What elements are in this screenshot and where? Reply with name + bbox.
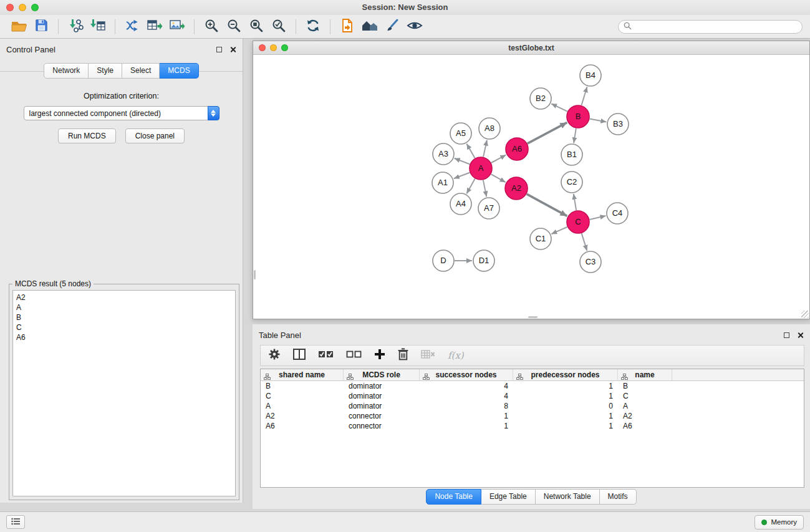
graph-edge-A-A4[interactable]: [466, 179, 475, 194]
zoom-out-button[interactable]: [223, 17, 245, 36]
table-row-A2[interactable]: A2connector11A2: [261, 411, 804, 421]
network-graph[interactable]: B4B2BB3A8A5A6A3B1AA1C2A2A4A7C4CC1C3DD1: [253, 55, 809, 319]
table-cell[interactable]: 1: [420, 411, 513, 421]
float-panel-icon[interactable]: [216, 47, 222, 52]
graph-node-A3[interactable]: A3: [433, 143, 454, 165]
task-history-button[interactable]: [6, 515, 25, 529]
network-minimize-button[interactable]: [270, 44, 277, 51]
table-cell[interactable]: 8: [420, 401, 513, 411]
save-session-button[interactable]: [30, 17, 52, 36]
table-cell[interactable]: B: [261, 381, 344, 391]
close-panel-icon[interactable]: [229, 46, 236, 53]
table-options-button[interactable]: [268, 348, 281, 363]
optimization-criterion-dropdown[interactable]: largest connected component (directed): [24, 106, 219, 120]
search-input[interactable]: [635, 22, 797, 32]
table-cell[interactable]: A: [261, 401, 344, 411]
tab-mcds[interactable]: MCDS: [160, 63, 198, 79]
export-network-button[interactable]: [121, 17, 143, 36]
column-header-MCDS-role[interactable]: MCDS role: [344, 369, 420, 381]
search-field[interactable]: [618, 20, 803, 34]
select-all-button[interactable]: [318, 349, 334, 362]
table-cell[interactable]: dominator: [344, 391, 420, 401]
tab-network[interactable]: Network: [44, 63, 89, 79]
float-table-panel-icon[interactable]: [784, 332, 789, 338]
horizontal-scrollbar[interactable]: [528, 316, 538, 318]
table-cell[interactable]: 4: [420, 381, 513, 391]
table-row-C[interactable]: Cdominator41C: [261, 391, 804, 401]
add-column-button[interactable]: [374, 349, 385, 362]
graph-edge-B-B3[interactable]: [590, 119, 607, 122]
column-header-successor-nodes[interactable]: successor nodes: [420, 369, 513, 381]
graph-node-A1[interactable]: A1: [432, 172, 453, 193]
deselect-all-button[interactable]: [346, 349, 362, 362]
table-cell[interactable]: 0: [513, 401, 618, 411]
graph-node-C4[interactable]: C4: [607, 203, 628, 224]
graph-edge-C-C1[interactable]: [551, 227, 567, 234]
function-builder-button[interactable]: f(x): [448, 350, 464, 361]
show-home-button[interactable]: [359, 17, 381, 36]
zoom-window-button[interactable]: [31, 4, 39, 11]
graph-node-B1[interactable]: B1: [561, 144, 582, 165]
graph-edge-A-A7[interactable]: [483, 180, 486, 197]
table-tab-edge-table[interactable]: Edge Table: [481, 489, 536, 505]
network-close-button[interactable]: [259, 44, 266, 51]
table-cell[interactable]: A2: [261, 411, 344, 421]
zoom-in-button[interactable]: [200, 17, 223, 36]
graph-node-B[interactable]: B: [567, 105, 589, 128]
table-cell[interactable]: 1: [513, 421, 618, 431]
graph-node-B2[interactable]: B2: [530, 88, 551, 109]
table-cell[interactable]: dominator: [344, 401, 420, 411]
import-network-from-file-button[interactable]: [64, 17, 87, 36]
graph-node-A2[interactable]: A2: [505, 177, 528, 200]
graph-edge-B-B1[interactable]: [574, 128, 576, 143]
table-row-A[interactable]: Adominator80A: [261, 401, 804, 411]
open-file-button[interactable]: [7, 17, 30, 36]
graph-edge-C-C3[interactable]: [582, 233, 587, 251]
open-session-from-file-button[interactable]: [336, 17, 359, 36]
table-cell[interactable]: 1: [513, 411, 618, 421]
graph-node-D[interactable]: D: [433, 250, 454, 271]
graph-node-A[interactable]: A: [470, 157, 492, 180]
apply-style-button[interactable]: [381, 17, 403, 36]
resize-grip[interactable]: [801, 311, 809, 318]
export-image-button[interactable]: [166, 17, 188, 36]
table-cell[interactable]: 4: [420, 391, 513, 401]
table-row-A6[interactable]: A6connector11A6: [261, 421, 804, 431]
minimize-window-button[interactable]: [19, 4, 26, 11]
table-row-B[interactable]: Bdominator41B: [261, 381, 804, 391]
column-header-predecessor-nodes[interactable]: predecessor nodes: [513, 369, 618, 381]
graph-node-A6[interactable]: A6: [506, 138, 528, 160]
table-cell[interactable]: connector: [344, 411, 420, 421]
graph-edge-C-C2[interactable]: [574, 194, 576, 210]
graph-edge-A-A2[interactable]: [491, 174, 506, 182]
network-canvas[interactable]: B4B2BB3A8A5A6A3B1AA1C2A2A4A7C4CC1C3DD1: [253, 55, 809, 319]
network-window-titlebar[interactable]: testGlobe.txt: [253, 41, 809, 55]
graph-edge-A6-B[interactable]: [528, 122, 567, 143]
apply-layout-button[interactable]: [302, 17, 324, 36]
memory-button[interactable]: Memory: [755, 515, 804, 530]
graph-edge-C-C4[interactable]: [590, 216, 606, 220]
delete-column-button[interactable]: [398, 348, 408, 363]
table-cell[interactable]: A6: [618, 421, 672, 431]
column-header-shared-name[interactable]: shared name: [261, 369, 344, 381]
close-table-panel-icon[interactable]: [797, 332, 804, 339]
graph-node-B4[interactable]: B4: [580, 65, 601, 86]
graph-node-A7[interactable]: A7: [478, 198, 499, 219]
graph-edge-A-A3[interactable]: [455, 158, 470, 164]
graph-node-A5[interactable]: A5: [450, 123, 471, 144]
table-cell[interactable]: A6: [261, 421, 344, 431]
table-cell[interactable]: 1: [513, 391, 618, 401]
column-header-name[interactable]: name: [618, 369, 672, 381]
graph-edge-A2-C[interactable]: [527, 194, 567, 216]
graph-node-C1[interactable]: C1: [530, 228, 551, 249]
mcds-result-list[interactable]: A2ABCA6: [12, 290, 236, 496]
table-cell[interactable]: dominator: [344, 381, 420, 391]
graph-node-A8[interactable]: A8: [479, 118, 500, 139]
zoom-selected-button[interactable]: [268, 17, 290, 36]
import-table-from-file-button[interactable]: [87, 17, 109, 36]
graph-edge-B-B4[interactable]: [582, 87, 587, 105]
graph-edge-A-A8[interactable]: [483, 140, 487, 157]
table-tab-network-table[interactable]: Network Table: [536, 489, 600, 505]
graph-edge-A-A1[interactable]: [454, 173, 470, 179]
table-cell[interactable]: C: [618, 391, 672, 401]
